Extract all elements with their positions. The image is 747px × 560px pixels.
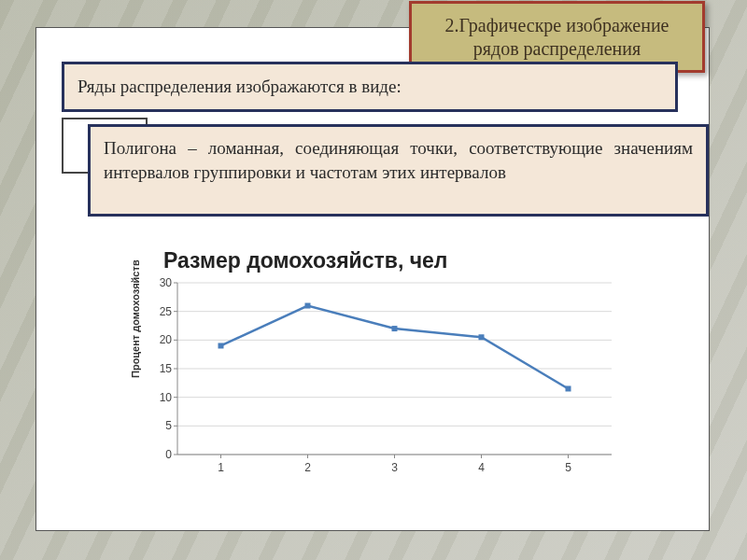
svg-text:30: 30 — [160, 276, 173, 289]
chart-plot-area: Процент домохозяйств 05101520253012345 — [126, 275, 626, 481]
svg-rect-34 — [305, 303, 311, 309]
svg-text:25: 25 — [160, 305, 173, 318]
svg-text:5: 5 — [165, 419, 172, 432]
svg-text:0: 0 — [165, 448, 172, 461]
polygon-definition-text: Полигона – ломанная, соединяющая точки, … — [104, 138, 693, 182]
svg-text:10: 10 — [160, 391, 173, 404]
svg-rect-33 — [218, 343, 224, 348]
svg-rect-37 — [566, 385, 571, 391]
svg-rect-35 — [392, 326, 398, 331]
slide-frame: 2.Графическре изображение рядов распреде… — [35, 27, 710, 531]
svg-text:1: 1 — [218, 461, 224, 474]
svg-text:4: 4 — [478, 461, 485, 474]
chart-title: Размер домохозяйств, чел — [126, 245, 626, 275]
polygon-definition-box: Полигона – ломанная, соединяющая точки, … — [88, 124, 709, 217]
slide-title: 2.Графическре изображение рядов распреде… — [423, 14, 691, 61]
chart-container: Размер домохозяйств, чел Процент домохоз… — [126, 245, 626, 485]
intro-box: Ряды распределения изображаются в виде: — [62, 62, 678, 112]
svg-text:3: 3 — [391, 461, 398, 474]
svg-text:5: 5 — [565, 461, 571, 474]
intro-text: Ряды распределения изображаются в виде: — [78, 77, 402, 97]
svg-text:20: 20 — [160, 333, 173, 346]
chart-svg: 05101520253012345 — [126, 275, 626, 481]
svg-text:2: 2 — [304, 461, 311, 474]
svg-rect-36 — [479, 334, 485, 340]
svg-text:15: 15 — [160, 362, 173, 375]
